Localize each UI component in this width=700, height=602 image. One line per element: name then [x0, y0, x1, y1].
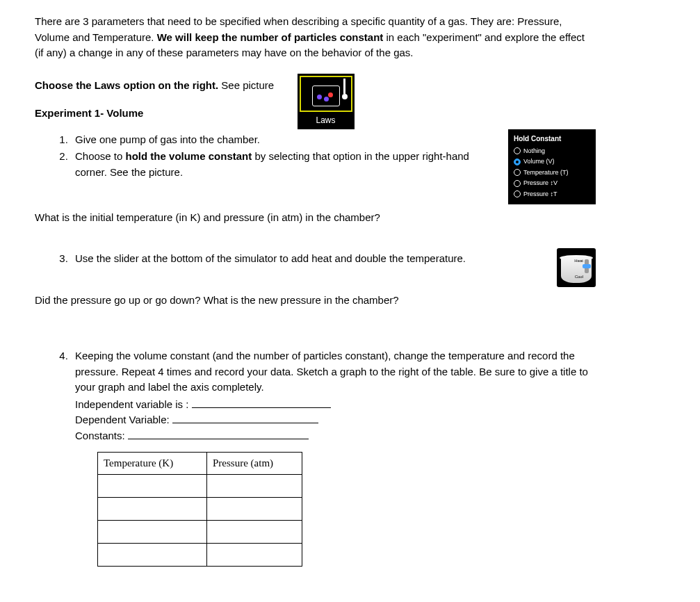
table-row — [98, 543, 302, 566]
step-3: Use the slider at the bottom of the simu… — [71, 251, 547, 267]
radio-icon — [514, 190, 521, 197]
intro-bold: We will keep the number of particles con… — [157, 31, 384, 43]
table-cell[interactable] — [207, 474, 302, 497]
table-cell[interactable] — [207, 543, 302, 566]
dv-blank[interactable] — [172, 412, 318, 423]
table-cell[interactable] — [207, 497, 302, 520]
radio-icon — [514, 147, 521, 154]
iv-label: Independent variable is : — [75, 398, 188, 410]
choose-row: Choose the Laws option on the right. See… — [35, 74, 596, 129]
thermometer-icon — [341, 79, 348, 99]
heat-label: Heat — [574, 258, 583, 264]
laws-icon: Laws — [298, 74, 355, 129]
hold-option-4[interactable]: Pressure ↕T — [514, 190, 590, 200]
hold-option-2[interactable]: Temperature (T) — [514, 168, 590, 178]
table-cell[interactable] — [98, 497, 207, 520]
radio-icon — [514, 169, 521, 176]
question-pressure: Did the pressure go up or go down? What … — [35, 293, 596, 309]
choose-bold: Choose the Laws option on the right. — [35, 79, 218, 91]
constants-blank[interactable] — [128, 428, 309, 439]
table-row — [98, 520, 302, 543]
choose-rest: See picture — [218, 79, 274, 91]
table-cell[interactable] — [98, 520, 207, 543]
table-header-pressure: Pressure (atm) — [207, 453, 302, 475]
constants-label: Constants: — [75, 430, 125, 441]
step-4: Keeping the volume constant (and the num… — [71, 348, 596, 444]
heat-cool-control-icon: Heat Cool — [557, 248, 596, 287]
laws-label: Laws — [300, 112, 352, 127]
table-cell[interactable] — [98, 474, 207, 497]
dv-label: Dependent Variable: — [75, 414, 170, 425]
table-cell[interactable] — [207, 520, 302, 543]
step-1: Give one pump of gas into the chamber. — [71, 132, 494, 148]
radio-icon — [514, 158, 521, 165]
intro-paragraph: There are 3 parameters that need to be s… — [35, 14, 596, 61]
hold-option-0[interactable]: Nothing — [514, 147, 590, 156]
hold-constant-panel: Hold Constant NothingVolume (V)Temperatu… — [508, 129, 596, 205]
radio-icon — [514, 180, 521, 187]
iv-blank[interactable] — [192, 397, 331, 408]
table-row — [98, 497, 302, 520]
table-header-temperature: Temperature (K) — [98, 453, 207, 475]
steps-1-2-row: Give one pump of gas into the chamber. C… — [35, 129, 596, 205]
experiment-1-heading: Experiment 1- Volume — [35, 106, 277, 122]
hold-option-3[interactable]: Pressure ↕V — [514, 179, 590, 188]
cool-label: Cool — [575, 274, 583, 280]
hold-constant-title: Hold Constant — [514, 133, 590, 144]
question-initial: What is the initial temperature (in K) a… — [35, 210, 596, 226]
data-table: Temperature (K) Pressure (atm) — [97, 452, 302, 567]
step-2: Choose to hold the volume constant by se… — [71, 149, 494, 180]
table-cell[interactable] — [98, 543, 207, 566]
step-3-row: Use the slider at the bottom of the simu… — [35, 248, 596, 287]
table-row — [98, 474, 302, 497]
hold-option-1[interactable]: Volume (V) — [514, 157, 590, 167]
